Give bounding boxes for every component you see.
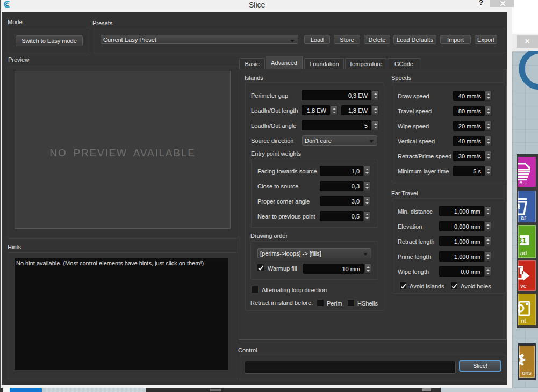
svg-text:31: 31: [518, 236, 527, 245]
svg-text:1: 1: [519, 203, 522, 209]
